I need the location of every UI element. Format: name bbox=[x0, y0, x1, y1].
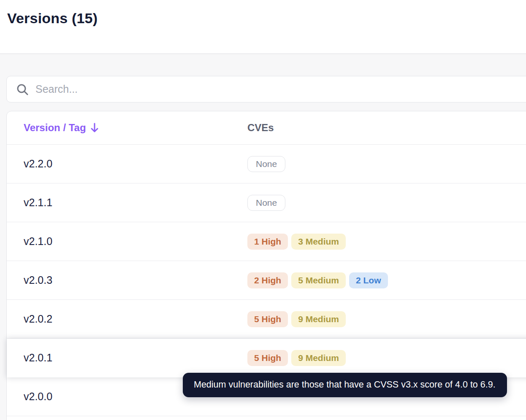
cves-cell: 5 High 9 Medium bbox=[247, 350, 526, 366]
search-icon bbox=[16, 83, 29, 96]
cves-cell: None bbox=[247, 195, 526, 211]
cve-badge-medium[interactable]: 3 Medium bbox=[291, 234, 346, 250]
content-area: Version / Tag CVEs v2.2.0 None v2.1.1 No… bbox=[0, 54, 526, 420]
version-label: v2.1.1 bbox=[7, 197, 247, 209]
table-row[interactable]: v2.0.2 5 High 9 Medium bbox=[7, 300, 526, 339]
cves-cell: 1 High 3 Medium bbox=[247, 234, 526, 250]
version-label: v2.1.0 bbox=[7, 235, 247, 248]
column-header-cves: CVEs bbox=[247, 122, 526, 134]
cves-cell: 2 High 5 Medium 2 Low bbox=[247, 272, 526, 288]
version-label: v2.2.0 bbox=[7, 158, 247, 170]
column-header-version-tag[interactable]: Version / Tag bbox=[7, 122, 247, 134]
table-row[interactable]: v2.0.3 2 High 5 Medium 2 Low bbox=[7, 261, 526, 300]
cve-badge-medium[interactable]: 9 Medium bbox=[291, 350, 346, 366]
cve-badge-medium[interactable]: 9 Medium bbox=[291, 311, 346, 327]
version-label: v2.0.1 bbox=[7, 352, 247, 364]
medium-cve-tooltip: Medium vulnerabilities are those that ha… bbox=[183, 373, 507, 397]
cve-badge-none[interactable]: None bbox=[247, 156, 285, 172]
cve-badge-high[interactable]: 1 High bbox=[247, 234, 288, 250]
column-header-label: Version / Tag bbox=[24, 122, 86, 134]
cve-badge-low[interactable]: 2 Low bbox=[349, 272, 388, 288]
table-row[interactable]: v2.1.0 1 High 3 Medium bbox=[7, 222, 526, 261]
page-header: Versions (15) bbox=[0, 0, 526, 54]
table-row-hovered[interactable]: v2.0.1 5 High 9 Medium bbox=[7, 339, 526, 377]
arrow-down-icon bbox=[90, 122, 99, 133]
search-input[interactable] bbox=[35, 83, 526, 95]
cve-badge-high[interactable]: 5 High bbox=[247, 350, 288, 366]
search-box[interactable] bbox=[6, 76, 526, 102]
table-row[interactable]: v2.1.1 None bbox=[7, 183, 526, 222]
page-title: Versions (15) bbox=[7, 10, 526, 27]
cve-badge-high[interactable]: 2 High bbox=[247, 272, 288, 288]
cves-cell: 5 High 9 Medium bbox=[247, 311, 526, 327]
cve-badge-none[interactable]: None bbox=[247, 195, 285, 211]
table-header-row: Version / Tag CVEs bbox=[7, 111, 526, 145]
cves-cell: None bbox=[247, 156, 526, 172]
version-label: v2.0.3 bbox=[7, 274, 247, 286]
cve-badge-high[interactable]: 5 High bbox=[247, 311, 288, 327]
table-row[interactable]: v2.2.0 None bbox=[7, 145, 526, 183]
version-label: v2.0.2 bbox=[7, 313, 247, 325]
cve-badge-medium[interactable]: 5 Medium bbox=[291, 272, 346, 288]
